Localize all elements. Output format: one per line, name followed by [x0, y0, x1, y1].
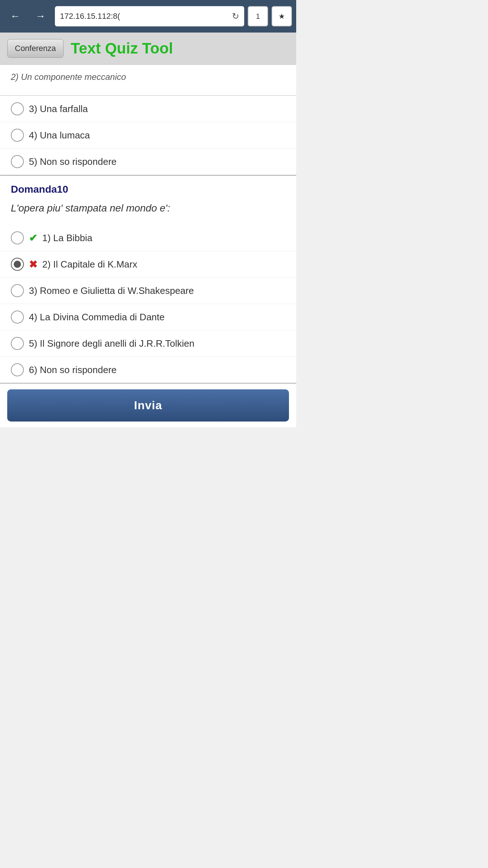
- partial-question-section: 2) Un componente meccanico: [0, 65, 296, 96]
- q10-option-label-5: 5) Il Signore degli anelli di J.R.R.Tolk…: [29, 338, 194, 349]
- app-title: Text Quiz Tool: [71, 40, 173, 57]
- radio-option-4[interactable]: [11, 129, 24, 142]
- radio-q10-option-1[interactable]: [11, 231, 24, 244]
- q10-option-label-6: 6) Non so rispondere: [29, 364, 117, 376]
- option-label-4: 4) Una lumaca: [29, 130, 90, 141]
- bookmark-icon: ★: [278, 12, 285, 21]
- refresh-icon[interactable]: ↻: [232, 11, 239, 21]
- q10-option-label-1: 1) La Bibbia: [42, 232, 92, 244]
- url-bar[interactable]: 172.16.15.112:8( ↻: [55, 6, 244, 26]
- list-item[interactable]: 6) Non so rispondere: [0, 357, 296, 383]
- list-item[interactable]: 5) Il Signore degli anelli di J.R.R.Tolk…: [0, 330, 296, 357]
- question-10-text: L'opera piu' stampata nel mondo e':: [0, 199, 296, 225]
- list-item[interactable]: 4) La Divina Commedia di Dante: [0, 304, 296, 330]
- radio-q10-option-4[interactable]: [11, 311, 24, 324]
- q10-option-label-3: 3) Romeo e Giulietta di W.Shakespeare: [29, 285, 194, 296]
- question-10-label: Domanda10: [11, 184, 68, 195]
- list-item[interactable]: 3) Una farfalla: [0, 96, 296, 122]
- invia-button[interactable]: Invia: [7, 389, 289, 422]
- option-label-3: 3) Una farfalla: [29, 103, 88, 115]
- correct-icon: ✔: [29, 232, 37, 244]
- list-item[interactable]: ✔ 1) La Bibbia: [0, 225, 296, 251]
- tab-count: 1: [256, 12, 260, 21]
- submit-area: Invia: [0, 383, 296, 427]
- radio-inner: [14, 261, 21, 268]
- question-10-section: Domanda10 L'opera piu' stampata nel mond…: [0, 175, 296, 383]
- bookmark-button[interactable]: ★: [272, 6, 292, 26]
- q10-option-label-2: 2) Il Capitale di K.Marx: [42, 259, 137, 270]
- radio-q10-option-5[interactable]: [11, 337, 24, 350]
- tab-button[interactable]: 1: [248, 6, 268, 26]
- back-button[interactable]: ←: [4, 5, 26, 27]
- quiz-container: 2) Un componente meccanico 3) Una farfal…: [0, 65, 296, 427]
- radio-option-5[interactable]: [11, 155, 24, 168]
- wrong-icon: ✖: [29, 258, 37, 270]
- browser-chrome: ← → 172.16.15.112:8( ↻ 1 ★: [0, 0, 296, 33]
- q10-option-label-4: 4) La Divina Commedia di Dante: [29, 312, 165, 323]
- radio-q10-option-3[interactable]: [11, 284, 24, 297]
- partial-option-text: 2) Un componente meccanico: [11, 72, 285, 82]
- question-10-header: Domanda10: [0, 176, 296, 199]
- forward-button[interactable]: →: [30, 5, 51, 27]
- app-header: Conferenza Text Quiz Tool: [0, 33, 296, 65]
- list-item[interactable]: ✖ 2) Il Capitale di K.Marx: [0, 251, 296, 278]
- option-label-5: 5) Non so rispondere: [29, 156, 117, 167]
- radio-option-3[interactable]: [11, 102, 24, 115]
- conferenza-button[interactable]: Conferenza: [7, 39, 64, 58]
- list-item[interactable]: 3) Romeo e Giulietta di W.Shakespeare: [0, 278, 296, 304]
- list-item[interactable]: 4) Una lumaca: [0, 122, 296, 149]
- radio-q10-option-6[interactable]: [11, 363, 24, 376]
- list-item[interactable]: 5) Non so rispondere: [0, 149, 296, 175]
- url-text: 172.16.15.112:8(: [60, 12, 120, 21]
- radio-q10-option-2[interactable]: [11, 258, 24, 271]
